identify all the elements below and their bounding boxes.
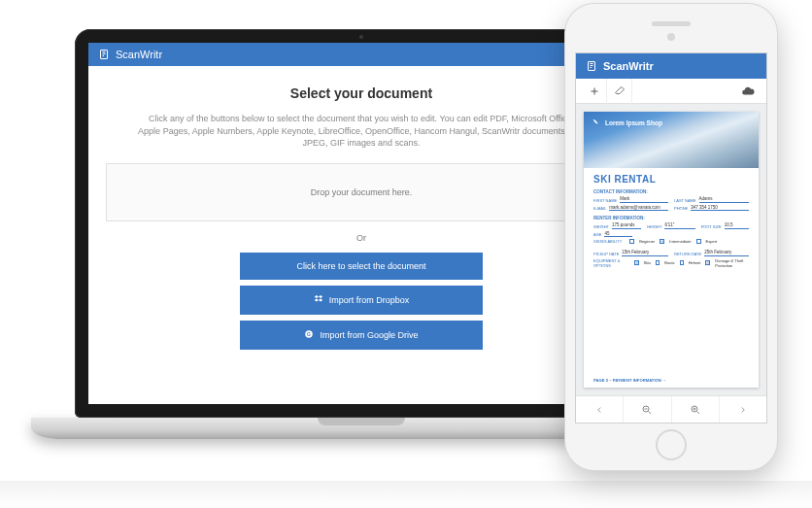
brand-icon: [98, 49, 110, 60]
first-name-value: Mark: [620, 196, 668, 203]
height-label: HEIGHT: [647, 224, 661, 229]
import-gdrive-button[interactable]: G Import from Google Drive: [240, 321, 483, 350]
pickup-value: 15th February: [622, 250, 668, 256]
app-name: ScanWritr: [116, 49, 162, 60]
contact-section-label: CONTACT INFORMATION:: [593, 189, 749, 194]
checkbox-protection: ✕: [705, 260, 710, 265]
checkbox-skis: ✕: [634, 260, 639, 265]
foot-value: 10,5: [725, 222, 749, 229]
checkbox-boots: [656, 260, 660, 265]
pickup-label: PICKUP DATE: [593, 252, 619, 256]
weight-value: 175 pounds: [612, 222, 641, 229]
button-stack: Click here to select the document Import…: [240, 253, 483, 350]
eraser-button[interactable]: [607, 79, 632, 104]
ability-label: SKIING ABILITY: [593, 239, 622, 244]
return-value: 25th February: [704, 250, 749, 256]
laptop-screen: ScanWritr Select your document Click any…: [88, 43, 634, 404]
prev-page-button[interactable]: [576, 396, 624, 423]
laptop-notch: [318, 418, 405, 425]
dropzone-label: Drop your document here.: [311, 187, 413, 197]
phone-label: PHONE: [674, 206, 688, 211]
google-icon: G: [304, 329, 314, 341]
laptop-camera: [359, 35, 363, 39]
phone-screen: ScanWritr Lorem Ipsum Shop: [575, 52, 767, 423]
checkbox-intermediate: ✕: [660, 239, 664, 244]
phone-value: 347 354 1750: [691, 205, 749, 212]
phone-app-header: ScanWritr: [576, 53, 766, 79]
foot-label: FOOT SIZE: [701, 224, 722, 229]
app-header: ScanWritr: [88, 43, 634, 66]
or-label: Or: [106, 233, 617, 243]
zoom-out-button[interactable]: [624, 396, 671, 423]
equipment-row: EQUIPMENT & OPTIONS ✕Skis Boots Helmet ✕…: [593, 258, 749, 268]
weight-label: WEIGHT: [593, 224, 609, 229]
svg-text:G: G: [308, 330, 312, 336]
age-label: AGE: [593, 232, 601, 237]
zoom-in-button[interactable]: [672, 396, 720, 423]
document-content: SKI RENTAL CONTACT INFORMATION: FIRST NA…: [584, 168, 759, 376]
dropbox-icon: [314, 294, 323, 306]
dropzone[interactable]: Drop your document here.: [106, 163, 617, 221]
phone-toolbar: [576, 79, 766, 104]
document-area[interactable]: Lorem Ipsum Shop SKI RENTAL CONTACT INFO…: [576, 104, 766, 395]
ability-row: SKIING ABILITY Beginner ✕Intermediate Ex…: [593, 239, 749, 244]
brand-icon: [586, 60, 597, 72]
last-name-value: Adams: [699, 196, 749, 203]
select-document-button[interactable]: Click here to select the document: [240, 253, 483, 280]
import-dropbox-button[interactable]: Import from Dropbox: [240, 286, 483, 315]
phone-home-button[interactable]: [656, 429, 687, 460]
import-dropbox-label: Import from Dropbox: [329, 295, 410, 305]
phone-app-name: ScanWritr: [603, 60, 654, 72]
last-name-label: LAST NAME: [674, 198, 696, 203]
laptop-bezel: ScanWritr Select your document Click any…: [75, 29, 648, 418]
page-title: Select your document: [106, 85, 617, 101]
email-value: mark.adams@vanaia.com: [609, 205, 668, 212]
document-banner: Lorem Ipsum Shop: [584, 112, 759, 168]
phone-bottombar: [576, 395, 766, 423]
checkbox-beginner: [629, 239, 634, 244]
document-footer: PAGE 2 – PAYMENT INFORMATION →: [584, 376, 759, 388]
checkbox-helmet: [680, 260, 684, 265]
cloud-upload-button[interactable]: [735, 85, 761, 98]
import-gdrive-label: Import from Google Drive: [320, 330, 418, 340]
height-value: 6'11": [664, 222, 694, 229]
laptop-body: Select your document Click any of the bu…: [88, 66, 634, 363]
renter-section-label: RENTER INFORMATION:: [593, 216, 749, 220]
email-label: E-MAIL: [593, 206, 606, 211]
shop-name: Lorem Ipsum Shop: [605, 119, 662, 126]
next-page-button[interactable]: [720, 396, 766, 423]
first-name-label: FIRST NAME: [593, 198, 617, 203]
page-description: Click any of the buttons below to select…: [138, 113, 585, 150]
return-label: RETURN DATE: [674, 252, 701, 256]
document-title: SKI RENTAL: [593, 174, 749, 185]
shop-logo: Lorem Ipsum Shop: [592, 118, 751, 127]
age-value: 45: [604, 231, 632, 238]
equipment-label: EQUIPMENT & OPTIONS: [593, 258, 626, 268]
checkbox-expert: [696, 239, 701, 244]
select-document-label: Click here to select the document: [296, 261, 425, 271]
document-preview: Lorem Ipsum Shop SKI RENTAL CONTACT INFO…: [584, 112, 759, 388]
phone-device: ScanWritr Lorem Ipsum Shop: [565, 4, 777, 470]
add-button[interactable]: [582, 79, 607, 104]
